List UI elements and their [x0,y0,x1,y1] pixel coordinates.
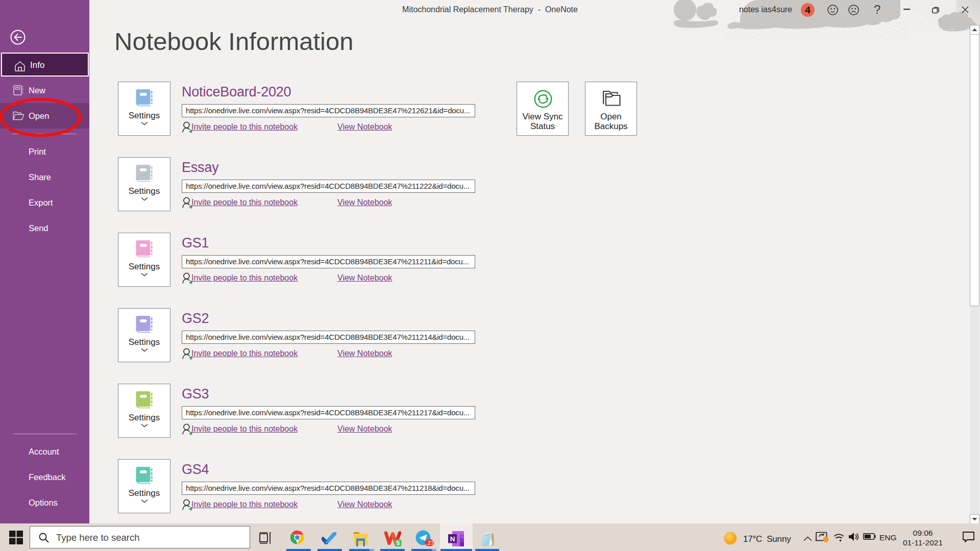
svg-text:..27: ..27 [425,540,434,546]
svg-text:N: N [450,535,455,543]
svg-text:S: S [396,540,400,546]
